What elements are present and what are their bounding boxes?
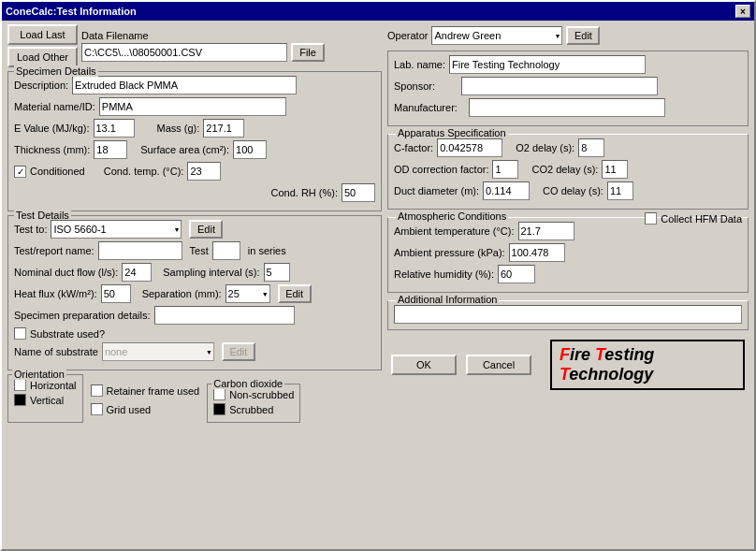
test-to-select-wrap[interactable]: ISO 5660-1 xyxy=(51,220,182,239)
non-scrubbed-checkbox-container[interactable]: Non-scrubbed xyxy=(213,388,294,400)
retainer-section: Retainer frame used Grid used xyxy=(87,374,204,423)
duct-diameter-label: Duct diameter (m): xyxy=(394,185,479,196)
main-window: ConeCalc:Test Information × Load Last Lo… xyxy=(0,0,756,551)
horizontal-row: Horizontal xyxy=(14,379,77,391)
mass-input[interactable] xyxy=(203,119,244,138)
horizontal-checkbox-container[interactable]: Horizontal xyxy=(14,379,77,391)
co2-delay-label: CO2 delay (s): xyxy=(531,164,598,175)
scrubbed-checkbox[interactable] xyxy=(213,403,225,415)
cond-rh-input[interactable] xyxy=(342,183,375,202)
hfm-checkbox[interactable] xyxy=(645,212,657,225)
cfactor-input[interactable] xyxy=(437,138,502,157)
vertical-row: Vertical xyxy=(14,394,77,406)
surface-input[interactable] xyxy=(233,140,267,159)
cancel-button[interactable]: Cancel xyxy=(466,355,531,375)
ftt-logo: Fire Testing Technology xyxy=(550,340,745,390)
hfm-row: Collect HFM Data xyxy=(645,212,742,225)
duct-diameter-input[interactable] xyxy=(483,181,530,200)
operator-row: Operator Andrew Green Edit xyxy=(387,26,749,45)
nominal-duct-input[interactable] xyxy=(122,263,152,282)
non-scrubbed-checkbox[interactable] xyxy=(213,388,225,400)
vertical-checkbox[interactable] xyxy=(14,394,26,406)
substrate-checkbox[interactable] xyxy=(14,327,26,340)
specimen-prep-input[interactable] xyxy=(154,306,295,325)
separation-edit-button[interactable]: Edit xyxy=(278,284,312,303)
left-panel: Load Last Load Other Data Filename File … xyxy=(7,24,382,423)
relative-humidity-label: Relative humidity (%): xyxy=(394,268,494,280)
co2-delay-input[interactable] xyxy=(602,160,628,179)
ok-button[interactable]: OK xyxy=(391,355,457,375)
substrate-name-select-wrap[interactable]: none xyxy=(102,342,214,361)
substrate-name-select[interactable]: none xyxy=(102,342,214,361)
lab-group: Lab. name: Lab. name: Sponsor: Manufactu… xyxy=(387,51,749,126)
test-number-input[interactable] xyxy=(212,241,240,260)
nominal-sampling-row: Nominal duct flow (l/s): Sampling interv… xyxy=(14,263,375,282)
manufacturer-input[interactable] xyxy=(469,98,665,117)
substrate-label: Substrate used? xyxy=(30,328,105,340)
conditioned-checkbox-container[interactable]: ✓ Conditioned xyxy=(14,166,85,178)
scrubbed-label: Scrubbed xyxy=(229,404,273,415)
cond-temp-input[interactable] xyxy=(187,162,221,181)
retainer-checkbox-container[interactable]: Retainer frame used xyxy=(91,384,200,397)
material-row: Material name/ID: xyxy=(14,97,375,116)
test-to-edit-button[interactable]: Edit xyxy=(189,220,223,239)
load-other-button[interactable]: Load Other xyxy=(7,47,78,67)
conditioned-checkbox[interactable]: ✓ xyxy=(14,166,26,178)
separation-select[interactable]: 25 xyxy=(225,284,270,303)
grid-row: Grid used xyxy=(91,403,200,415)
separation-select-wrap[interactable]: 25 xyxy=(225,284,270,303)
non-scrubbed-row: Non-scrubbed xyxy=(213,388,294,400)
report-name-input[interactable] xyxy=(98,241,182,260)
co-delay-input[interactable] xyxy=(607,181,633,200)
grid-checkbox[interactable] xyxy=(91,403,103,415)
data-filename-label: Data Filename xyxy=(81,30,325,41)
vertical-checkbox-container[interactable]: Vertical xyxy=(14,394,64,406)
od-correction-label: OD correction factor: xyxy=(394,164,488,175)
close-button[interactable]: × xyxy=(735,5,750,18)
relative-humidity-input[interactable] xyxy=(498,265,535,283)
thickness-label: Thickness (mm): xyxy=(14,144,90,155)
load-last-button[interactable]: Load Last xyxy=(7,24,78,45)
substrate-checkbox-container[interactable]: Substrate used? xyxy=(14,327,105,340)
description-label: Description: xyxy=(14,80,68,91)
retainer-checkbox[interactable] xyxy=(91,384,103,397)
atmospheric-group-label: Atmospheric Conditions xyxy=(396,210,508,222)
horizontal-checkbox[interactable] xyxy=(14,379,26,391)
description-input[interactable] xyxy=(72,76,297,94)
additional-input[interactable] xyxy=(394,305,742,324)
evalue-input[interactable] xyxy=(94,119,135,138)
cfactor-label: C-factor: xyxy=(394,142,433,153)
operator-select-wrap[interactable]: Andrew Green xyxy=(431,26,562,45)
operator-select[interactable]: Andrew Green xyxy=(431,26,562,45)
thickness-input[interactable] xyxy=(94,140,127,159)
od-correction-input[interactable] xyxy=(492,160,518,179)
material-input[interactable] xyxy=(99,97,286,116)
sampling-input[interactable] xyxy=(264,263,290,282)
ambient-temp-label: Ambient temperature (°C): xyxy=(394,225,515,237)
test-to-select[interactable]: ISO 5660-1 xyxy=(51,220,182,239)
grid-checkbox-container[interactable]: Grid used xyxy=(91,403,152,415)
substrate-edit-button[interactable]: Edit xyxy=(222,342,255,361)
heat-flux-row: Heat flux (kW/m²): Separation (mm): 25 E… xyxy=(14,284,375,303)
cfactor-o2-row: C-factor: O2 delay (s): xyxy=(394,138,742,157)
scrubbed-checkbox-container[interactable]: Scrubbed xyxy=(213,403,273,415)
o2-delay-input[interactable] xyxy=(578,138,604,157)
cond-temp-label: Cond. temp. (°C): xyxy=(104,166,184,177)
footer-buttons: OK Cancel xyxy=(391,355,531,375)
evalue-label: E Value (MJ/kg): xyxy=(14,123,90,134)
additional-group-label: Additional Information xyxy=(396,294,499,305)
filename-input[interactable] xyxy=(81,43,287,62)
heat-flux-input[interactable] xyxy=(101,284,131,303)
ambient-pressure-input[interactable] xyxy=(509,243,565,262)
ambient-temp-input[interactable] xyxy=(518,222,574,240)
cond-rh-row: Cond. RH (%): xyxy=(14,183,375,202)
scrubbed-row: Scrubbed xyxy=(213,403,294,415)
ambient-pressure-label: Ambient pressure (kPa): xyxy=(394,247,505,258)
sponsor-input[interactable] xyxy=(461,77,658,95)
conditioned-row: ✓ Conditioned Cond. temp. (°C): xyxy=(14,162,375,181)
lab-name-input[interactable] xyxy=(449,55,646,74)
horizontal-label: Horizontal xyxy=(30,380,77,391)
additional-group: Additional Information xyxy=(387,300,749,330)
file-button[interactable]: File xyxy=(291,43,325,62)
edit-operator-button[interactable]: Edit xyxy=(566,26,600,45)
